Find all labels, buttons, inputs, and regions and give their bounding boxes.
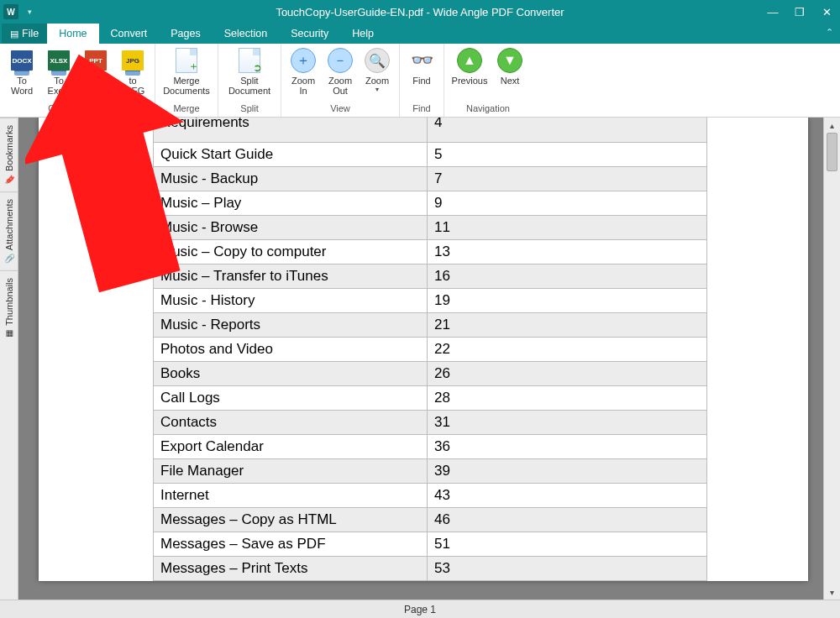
toc-title-cell: Photos and Video [154,337,428,361]
zoom-icon: 🔍 [365,48,390,73]
zoom-in-icon: ＋ [291,48,316,73]
scroll-thumb[interactable] [827,133,837,171]
table-row: Internet43 [154,483,707,507]
toc-title-cell: Music – Play [154,191,428,215]
toc-page-cell: 11 [428,215,707,239]
group-label-find: Find [412,103,430,117]
table-row: Call Logs28 [154,385,707,410]
toc-title-cell: Messages – Print Texts [154,556,428,580]
toc-page-cell: 46 [428,507,707,532]
to-jpeg-button[interactable]: JPG toJPEG [114,45,151,96]
table-row: Messages – Copy as HTML46 [154,507,707,532]
table-row: Export Calendar36 [154,434,707,458]
window-title: TouchCopy-UserGuide-EN.pdf - Wide Angle … [0,6,840,18]
find-button[interactable]: 👓 Find [403,45,440,86]
file-menu-tab[interactable]: ▤ File [2,24,47,44]
previous-button[interactable]: ▲ Previous [448,45,491,86]
menu-bar: ▤ File Home Convert Pages Selection Secu… [0,24,840,44]
toc-title-cell: Music - Backup [154,166,428,191]
arrow-down-icon: ▼ [497,48,522,73]
toc-page-cell: 19 [428,288,707,312]
group-label-view: View [330,103,350,117]
side-tab-attachments[interactable]: 📎 Attachments [0,191,18,270]
table-row: Music – Copy to computer13 [154,239,707,264]
tab-home[interactable]: Home [47,24,98,44]
vertical-scrollbar[interactable]: ▴ ▾ [823,118,840,600]
table-row: File Manager39 [154,458,707,483]
zoom-dropdown-button[interactable]: 🔍 Zoom ▼ [359,45,396,92]
workspace: 🔖 Bookmarks 📎 Attachments ▦ Thumbnails R… [0,118,840,600]
merge-icon: ＋ [176,48,197,73]
tab-selection[interactable]: Selection [213,24,279,44]
collapse-ribbon-icon[interactable]: ⌃ [826,27,833,38]
toc-title-cell: Books [154,361,428,385]
side-panel-tabs: 🔖 Bookmarks 📎 Attachments ▦ Thumbnails [0,118,18,600]
tab-convert[interactable]: Convert [99,24,160,44]
zoom-out-button[interactable]: － ZoomOut [322,45,359,96]
file-icon: ▤ [10,29,18,39]
scroll-up-icon[interactable]: ▴ [830,118,834,133]
ribbon-group-navigation: ▲ Previous ▼ Next Navigation [444,44,532,117]
jpg-icon: JPG [122,50,144,71]
group-label-navigation: Navigation [466,103,510,117]
scroll-down-icon[interactable]: ▾ [830,584,834,600]
toc-page-cell: 7 [428,166,707,191]
ribbon: DOCX ToWord XLSX ToExcel PPT toPPT JPG t… [0,44,840,118]
next-button[interactable]: ▼ Next [491,45,528,86]
zoom-in-button[interactable]: ＋ ZoomIn [285,45,322,96]
toc-title-cell: Music - History [154,288,428,312]
to-ppt-button[interactable]: PPT toPPT [77,45,114,96]
table-row: Requirements4 [154,118,707,142]
toc-title-cell: Messages – Save as PDF [154,532,428,556]
to-excel-button[interactable]: XLSX ToExcel [40,45,77,96]
toc-page-cell: 53 [428,556,707,580]
side-tab-bookmarks[interactable]: 🔖 Bookmarks [0,118,18,191]
toc-page-cell: 36 [428,434,707,458]
tab-pages[interactable]: Pages [159,24,212,44]
chevron-down-icon: ▼ [375,86,381,92]
group-label-split: Split [240,103,258,117]
table-row: Messages – Save as PDF51 [154,532,707,556]
table-row: Messages – Print Texts53 [154,556,707,580]
tab-help[interactable]: Help [340,24,386,44]
toc-title-cell: Quick Start Guide [154,142,428,166]
docx-icon: DOCX [11,50,33,71]
minimize-button[interactable]: — [759,0,786,24]
table-row: Contacts31 [154,410,707,434]
scroll-track[interactable] [824,133,840,584]
toc-title-cell: File Manager [154,458,428,483]
close-button[interactable]: ✕ [813,0,840,24]
file-menu-label: File [22,28,39,39]
table-row: Music – Play9 [154,191,707,215]
document-viewport[interactable]: Requirements4Quick Start Guide5Music - B… [18,118,823,600]
app-icon: W [3,4,18,19]
toc-title-cell: Music – Copy to computer [154,239,428,264]
toc-page-cell: 39 [428,458,707,483]
merge-documents-button[interactable]: ＋ MergeDocuments [159,45,214,96]
page-indicator: Page 1 [404,604,436,615]
paperclip-icon: 📎 [4,254,14,264]
toc-page-cell: 31 [428,410,707,434]
toc-title-cell: Music – Transfer to iTunes [154,264,428,288]
ribbon-group-quick-convert: DOCX ToWord XLSX ToExcel PPT toPPT JPG t… [0,44,155,117]
tab-security[interactable]: Security [279,24,340,44]
to-word-button[interactable]: DOCX ToWord [3,45,40,96]
ppt-icon: PPT [85,50,107,71]
ribbon-group-merge: ＋ MergeDocuments Merge [155,44,218,117]
maximize-button[interactable]: ❐ [786,0,813,24]
toc-page-cell: 22 [428,337,707,361]
table-row: Music - History19 [154,288,707,312]
xlsx-icon: XLSX [48,50,70,71]
split-document-button[interactable]: ➲ SplitDocument [222,45,277,96]
side-tab-thumbnails[interactable]: ▦ Thumbnails [0,270,18,345]
toc-title-cell: Messages – Copy as HTML [154,507,428,532]
toc-page-cell: 4 [428,118,707,142]
table-of-contents: Requirements4Quick Start Guide5Music - B… [153,118,707,581]
qat-dropdown-icon[interactable]: ▾ [24,6,35,18]
table-row: Music – Transfer to iTunes16 [154,264,707,288]
toc-page-cell: 43 [428,483,707,507]
binoculars-icon: 👓 [411,50,433,71]
toc-title-cell: Music - Browse [154,215,428,239]
toc-title-cell: Internet [154,483,428,507]
toc-page-cell: 13 [428,239,707,264]
